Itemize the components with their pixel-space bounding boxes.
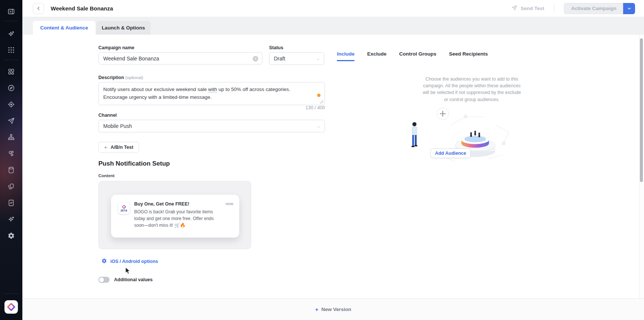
clear-input-icon[interactable]: ×: [253, 56, 258, 62]
channel-select[interactable]: Mobile Push: [98, 120, 325, 132]
description-label: Description (optional): [98, 75, 143, 80]
additional-values-toggle[interactable]: [98, 277, 110, 283]
apps-grid-icon[interactable]: [0, 42, 22, 58]
add-audience-button[interactable]: Add Audience: [430, 148, 471, 158]
hierarchy-icon[interactable]: [0, 129, 22, 145]
campaign-name-label: Campaign name: [98, 45, 135, 50]
topbar-divider: [554, 4, 554, 13]
person-graphic: [411, 122, 417, 147]
notification-time: now: [225, 201, 233, 206]
dashboard-icon[interactable]: [0, 63, 22, 80]
additional-values-row: Additional values: [98, 277, 153, 283]
notification-title: Buy One, Get One FREE!: [134, 201, 189, 207]
description-textarea[interactable]: Notify users about our exclusive weekend…: [98, 82, 325, 105]
send-icon[interactable]: [0, 113, 22, 129]
char-counter: 130 / 400: [98, 105, 325, 110]
push-preview-container: ZETA Buy One, Get One FREE! now BOGO is …: [98, 181, 251, 249]
channel-label: Channel: [98, 113, 117, 118]
tab-launch-options[interactable]: Launch & Options: [96, 21, 151, 35]
page-title: Weekend Sale Bonanza: [51, 5, 113, 12]
tab-content-audience[interactable]: Content & Audience: [33, 21, 95, 35]
audience-tab-control-groups[interactable]: Control Groups: [399, 51, 436, 61]
app-sidebar: [0, 0, 22, 320]
back-button[interactable]: [33, 3, 44, 14]
zeta-app-icon: ZETA: [118, 203, 130, 214]
chevron-down-icon: [316, 57, 320, 63]
compass-icon[interactable]: [0, 80, 22, 96]
activate-dropdown-button[interactable]: [623, 3, 635, 14]
scrollbar-thumb[interactable]: [640, 38, 643, 182]
content-label: Content: [98, 173, 114, 178]
push-setup-heading: Push Notification Setup: [98, 160, 170, 167]
chevron-down-icon: [316, 124, 321, 130]
app-name: ZETA: [120, 209, 127, 212]
additional-values-label: Additional values: [114, 277, 153, 282]
sidebar-divider: [4, 294, 19, 294]
audience-tabs: Include Exclude Control Groups Seed Reci…: [337, 51, 488, 61]
status-label: Status: [269, 45, 283, 50]
sparkles-icon[interactable]: [0, 26, 22, 42]
sparkles-alt-icon[interactable]: [0, 211, 22, 228]
top-bar: Weekend Sale Bonanza Send Test Activate …: [22, 0, 644, 17]
new-version-button[interactable]: + New Version: [22, 298, 644, 320]
campaign-tabstrip: Content & Audience Launch & Options: [22, 17, 644, 35]
push-notification-preview[interactable]: ZETA Buy One, Get One FREE! now BOGO is …: [111, 195, 239, 238]
audience-tab-include[interactable]: Include: [337, 51, 354, 61]
zeta-logo[interactable]: [4, 300, 18, 314]
audience-description: Choose the audiences you want to add to …: [422, 76, 522, 103]
gear-icon: [101, 258, 107, 265]
grammar-indicator-dot[interactable]: [317, 94, 321, 97]
report-icon[interactable]: [0, 195, 22, 211]
campaign-name-input[interactable]: Weekend Sale Bonanza ×: [98, 52, 262, 65]
send-test-icon: [511, 5, 517, 12]
database-icon[interactable]: [0, 162, 22, 178]
spellcheck-underline: with: [208, 87, 217, 92]
resize-handle[interactable]: [320, 100, 323, 104]
plus-icon: +: [104, 144, 107, 150]
activate-campaign-button[interactable]: Activate Campaign: [564, 3, 623, 14]
plus-bubble-icon: [437, 108, 449, 120]
plus-icon: +: [315, 306, 318, 313]
target-icon[interactable]: [0, 96, 22, 113]
campaign-content-panel: Campaign name Weekend Sale Bonanza × Sta…: [22, 35, 644, 298]
segments-icon[interactable]: [0, 145, 22, 162]
audience-tab-seed-recipients[interactable]: Seed Recipients: [449, 51, 488, 61]
collapse-panel-icon[interactable]: [0, 3, 22, 20]
settings-icon[interactable]: [0, 228, 22, 244]
send-test-button[interactable]: Send Test: [511, 5, 544, 12]
notification-body: BOGO is back! Grab your favorite items t…: [134, 208, 218, 229]
optional-hint: (optional): [125, 75, 143, 80]
status-select[interactable]: Draft: [269, 52, 324, 65]
sidebar-divider: [4, 60, 19, 60]
sidebar-divider: [4, 21, 19, 21]
send-test-label: Send Test: [521, 6, 544, 11]
ios-android-options-link[interactable]: iOS / Android options: [101, 258, 158, 265]
scrollbar-track[interactable]: [639, 35, 644, 298]
copy-icon[interactable]: [0, 178, 22, 195]
audience-tab-exclude[interactable]: Exclude: [367, 51, 386, 61]
abn-test-button[interactable]: + A/B/n Test: [98, 142, 139, 153]
mouse-cursor: [124, 267, 130, 276]
